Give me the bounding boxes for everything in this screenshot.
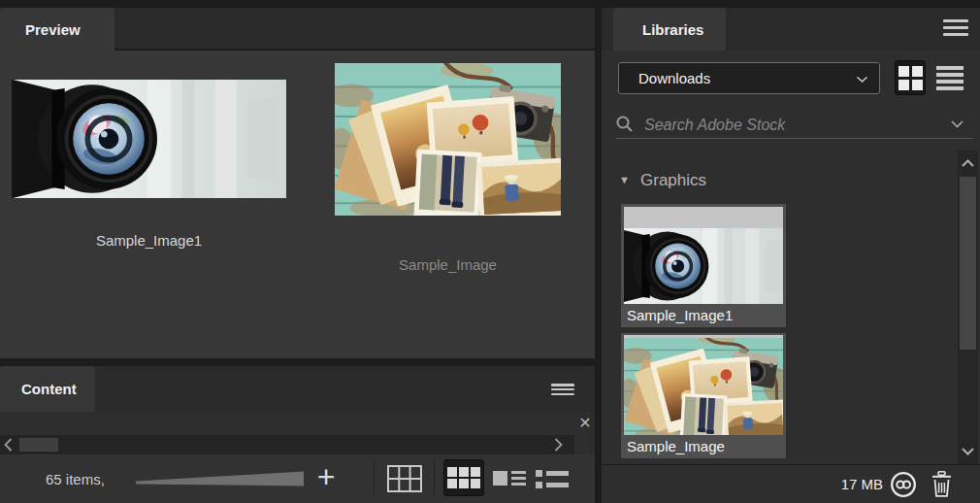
- graphics-section-header[interactable]: ▼ Graphics: [619, 171, 813, 190]
- grid-lock-view-button[interactable]: [385, 463, 424, 494]
- library-thumbnail: [624, 207, 783, 304]
- vertical-scrollbar[interactable]: [958, 151, 978, 464]
- photo-collage-thumbnail: [624, 338, 783, 435]
- camera-lens-thumbnail: [624, 228, 783, 304]
- app-window: Preview Sample_Image1 Sample_Image Conte…: [0, 0, 980, 503]
- library-folder-value: Downloads: [638, 70, 710, 86]
- tab-preview[interactable]: Preview: [0, 8, 114, 50]
- libraries-tab-label: Libraries: [642, 21, 703, 38]
- preview-image-camera-lens[interactable]: [12, 80, 286, 198]
- toolbar-divider: [434, 461, 435, 496]
- preview-image-label: Sample_Image: [335, 256, 561, 273]
- panel-menu-icon[interactable]: [551, 384, 574, 395]
- thumbnail-size-slider[interactable]: [136, 471, 304, 486]
- grid-lock-icon: [387, 465, 422, 492]
- collapse-triangle-icon: ▼: [619, 174, 630, 185]
- scroll-right-icon[interactable]: [554, 438, 563, 452]
- delete-trash-icon[interactable]: [931, 471, 952, 497]
- list-view-button[interactable]: [534, 463, 571, 494]
- chevron-down-icon: [857, 77, 867, 83]
- vscroll-thumb[interactable]: [960, 177, 976, 350]
- preview-image-photo-collage[interactable]: [335, 63, 561, 216]
- content-subheader: [0, 412, 595, 435]
- content-panel: Content ✕ 65 items, +: [0, 366, 595, 503]
- scrollbar-corner: [574, 435, 595, 454]
- library-item-sample-image[interactable]: Sample_Image: [621, 333, 786, 458]
- hscroll-thumb[interactable]: [19, 438, 58, 452]
- content-tab-label: Content: [21, 381, 77, 397]
- creative-cloud-sync-icon[interactable]: [890, 471, 917, 498]
- libraries-panel: Libraries Downloads: [602, 0, 980, 503]
- increase-thumbnail-size-icon[interactable]: +: [312, 459, 340, 494]
- details-view-icon: [493, 468, 526, 489]
- scroll-down-icon[interactable]: [962, 448, 974, 455]
- search-options-chevron-icon[interactable]: [951, 120, 964, 128]
- libraries-footer: 17 MB: [602, 464, 980, 503]
- library-item-label: Sample_Image1: [627, 307, 782, 323]
- horizontal-scrollbar[interactable]: [0, 435, 595, 454]
- storage-size-label: 17 MB: [834, 476, 883, 492]
- thumbnail-view-button[interactable]: [443, 459, 484, 496]
- library-list-icon: [936, 66, 964, 90]
- library-item-label: Sample_Image: [627, 438, 782, 454]
- library-folder-select[interactable]: Downloads: [618, 62, 880, 94]
- search-underline: [616, 138, 973, 139]
- items-count-label: 65 items,: [46, 471, 105, 487]
- library-thumbnail: [624, 335, 783, 435]
- thumbnail-grid-icon: [447, 467, 480, 488]
- graphics-section-label: Graphics: [640, 171, 706, 190]
- scroll-up-icon[interactable]: [962, 159, 974, 167]
- content-toolbar: 65 items, +: [0, 454, 595, 503]
- tab-content[interactable]: Content: [0, 366, 95, 412]
- panel-menu-icon[interactable]: [943, 19, 968, 36]
- search-input[interactable]: [642, 113, 937, 138]
- close-icon[interactable]: ✕: [575, 414, 595, 433]
- list-view-icon: [536, 469, 569, 489]
- scroll-left-icon[interactable]: [4, 438, 13, 452]
- library-list-view-button[interactable]: [934, 62, 965, 93]
- library-grid-icon: [898, 66, 923, 90]
- library-grid-view-button[interactable]: [895, 60, 926, 95]
- preview-panel: Preview Sample_Image1 Sample_Image: [0, 0, 595, 358]
- toolbar-divider: [374, 461, 375, 496]
- preview-tab-label: Preview: [25, 21, 81, 38]
- search-icon: [616, 116, 634, 133]
- tab-libraries[interactable]: Libraries: [613, 8, 726, 50]
- preview-image-label: Sample_Image1: [12, 232, 286, 249]
- library-item-sample-image1[interactable]: Sample_Image1: [621, 204, 786, 327]
- details-view-button[interactable]: [491, 463, 528, 494]
